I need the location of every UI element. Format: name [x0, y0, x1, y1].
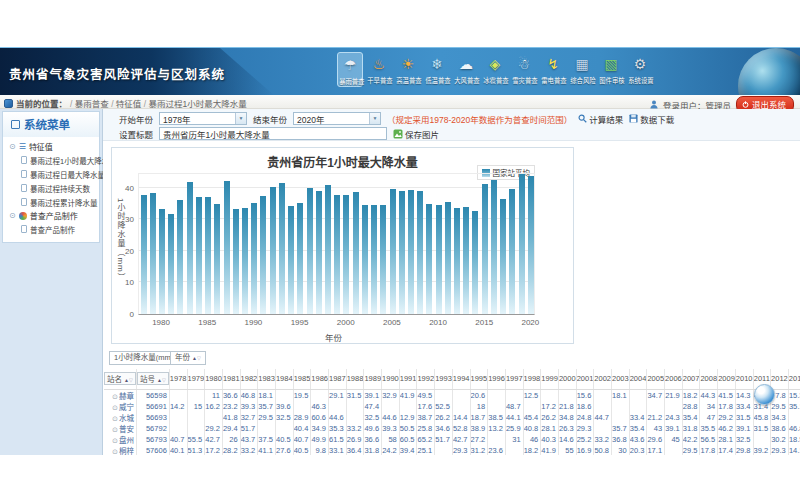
year-column-header[interactable]: 2006	[665, 369, 683, 389]
bar-1983[interactable]	[187, 182, 193, 314]
year-column-header[interactable]: 2002	[594, 369, 612, 389]
breadcrumb-item[interactable]: 暴雨过程1小时最大降水量	[148, 99, 246, 109]
nav-drought[interactable]: ♨干旱普查	[366, 52, 392, 87]
station-radio-icon[interactable]: ⊙	[112, 437, 118, 444]
year-column-header[interactable]: 1982	[240, 369, 258, 389]
sidebar-item[interactable]: 暴雨过程1小时最大降水量	[5, 153, 99, 167]
bar-1989[interactable]	[242, 208, 248, 314]
bar-2017[interactable]	[500, 199, 506, 314]
nav-hail[interactable]: ◈冰雹普查	[482, 52, 508, 87]
year-column-header[interactable]: 1991	[399, 369, 417, 389]
nav-map-review[interactable]: ▧图件审核	[598, 52, 624, 87]
bar-1979[interactable]	[150, 193, 156, 314]
year-column-header[interactable]: 1999	[541, 369, 559, 389]
station-radio-icon[interactable]: ⊙	[112, 448, 118, 455]
bar-1993[interactable]	[279, 183, 285, 314]
floating-widget-icon[interactable]	[754, 384, 775, 405]
year-column-header[interactable]: 1990	[382, 369, 400, 389]
nav-low-temp[interactable]: ❄低温普查	[424, 52, 450, 87]
sidebar-item[interactable]: 暴雨过程持续天数	[5, 181, 99, 195]
expand-toggle-icon[interactable]: ⊙	[9, 211, 16, 220]
bar-1995[interactable]	[297, 203, 303, 314]
station-radio-icon[interactable]: ⊙	[112, 426, 118, 433]
year-column-header[interactable]: 2008	[700, 369, 718, 389]
bar-2020[interactable]	[528, 176, 534, 314]
bar-1981[interactable]	[168, 214, 174, 314]
year-column-header[interactable]: 1978	[169, 369, 187, 389]
table-row-56598[interactable]: ⊙赫章565981136.646.818.119.529.131.539.132…	[104, 389, 800, 401]
bar-2001[interactable]	[353, 192, 359, 314]
year-column-header[interactable]: 2004	[629, 369, 647, 389]
bar-2008[interactable]	[417, 191, 423, 314]
year-column-header[interactable]: 1989	[364, 369, 382, 389]
nav-wind[interactable]: ☁大风普查	[453, 52, 479, 87]
bar-1978[interactable]	[141, 195, 147, 314]
year-column-header[interactable]: 1994	[452, 369, 470, 389]
bar-1984[interactable]	[196, 197, 202, 314]
year-column-header[interactable]: 2005	[647, 369, 665, 389]
year-column-header[interactable]: 1993	[435, 369, 453, 389]
nav-snow-disaster[interactable]: ☃雪灾普查	[511, 52, 537, 87]
table-row-56693[interactable]: ⊙水城5669341.832.729.532.528.960.644.632.5…	[104, 412, 800, 423]
year-column-header[interactable]: 1995	[470, 369, 488, 389]
nav-high-temp[interactable]: ☀高温普查	[395, 52, 421, 87]
year-column-header[interactable]: 1998	[523, 369, 541, 389]
table-row-56792[interactable]: ⊙普安5679229.229.451.740.434.935.333.249.6…	[104, 423, 800, 434]
bar-1996[interactable]	[307, 188, 313, 314]
year-column-header[interactable]: 1987	[329, 369, 347, 389]
year-column-header[interactable]: 1992	[417, 369, 435, 389]
nav-rainstorm[interactable]: ☂暴雨普查	[337, 52, 363, 87]
download-button[interactable]: 数据下载	[629, 113, 674, 125]
end-year-select[interactable]: 2020年 ▼	[293, 112, 381, 125]
year-column-header[interactable]: 1979	[187, 369, 205, 389]
bar-2018[interactable]	[509, 189, 515, 314]
year-column-header[interactable]: 1980	[205, 369, 223, 389]
bar-2019[interactable]	[519, 174, 525, 314]
bar-2016[interactable]	[491, 180, 497, 314]
nav-lightning[interactable]: ↯雷电普查	[540, 52, 566, 87]
bar-2007[interactable]	[408, 190, 414, 314]
bar-1994[interactable]	[288, 206, 294, 314]
year-column-header[interactable]: 2010	[735, 369, 753, 389]
sort-desc-icon[interactable]: ▽	[197, 355, 201, 361]
bar-2005[interactable]	[390, 189, 396, 314]
year-column-header[interactable]: 2007	[682, 369, 700, 389]
bar-1991[interactable]	[260, 196, 266, 314]
bar-1992[interactable]	[270, 187, 276, 314]
bar-2003[interactable]	[371, 205, 377, 314]
bar-2004[interactable]	[380, 205, 386, 314]
bar-2015[interactable]	[482, 184, 488, 314]
bar-2013[interactable]	[463, 207, 469, 314]
sidebar-item[interactable]: 普查产品制作	[5, 222, 99, 236]
bar-1988[interactable]	[233, 209, 239, 314]
breadcrumb-item[interactable]: 暴雨普查	[75, 99, 109, 109]
year-column-header[interactable]: 2013	[788, 369, 800, 389]
chart-title-input[interactable]	[159, 127, 387, 140]
year-column-header[interactable]: 1986	[311, 369, 329, 389]
calculate-button[interactable]: 计算结果	[578, 113, 623, 125]
nav-comprehensive-risk[interactable]: ▦综合风险	[569, 52, 595, 87]
year-column-header[interactable]: 2012	[771, 369, 789, 389]
bar-2010[interactable]	[436, 205, 442, 314]
nav-settings[interactable]: ⚙系统设置	[627, 52, 653, 87]
bar-1999[interactable]	[334, 195, 340, 314]
bar-2014[interactable]	[472, 211, 478, 315]
year-column-header[interactable]: 1997	[505, 369, 523, 389]
bar-2000[interactable]	[343, 195, 349, 314]
year-column-header[interactable]: 1988	[346, 369, 364, 389]
start-year-select[interactable]: 1978年 ▼	[159, 112, 247, 125]
year-column-header[interactable]: 1981	[222, 369, 240, 389]
year-column-header[interactable]: 2001	[576, 369, 594, 389]
year-column-header[interactable]: 2009	[718, 369, 736, 389]
year-column-header[interactable]: 1983	[258, 369, 276, 389]
bar-2009[interactable]	[426, 204, 432, 314]
breadcrumb-item[interactable]: 特征值	[116, 99, 142, 109]
sidebar-group-features[interactable]: ⊙☰特征值	[5, 140, 99, 153]
bar-1986[interactable]	[214, 204, 220, 314]
bar-1997[interactable]	[316, 191, 322, 314]
bar-1987[interactable]	[224, 181, 230, 314]
bar-2002[interactable]	[362, 205, 368, 314]
bar-1982[interactable]	[177, 200, 183, 314]
year-column-header[interactable]: 1985	[293, 369, 311, 389]
sidebar-item[interactable]: 暴雨过程日最大降水量	[5, 167, 99, 181]
